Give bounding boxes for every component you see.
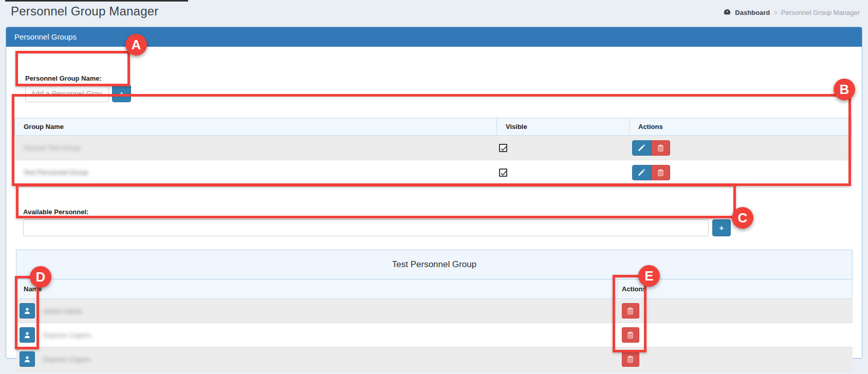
dashboard-icon bbox=[723, 8, 731, 16]
person-icon bbox=[24, 331, 31, 339]
available-personnel-label: Available Personnel: bbox=[23, 208, 88, 216]
plus-icon: + bbox=[719, 223, 724, 232]
add-group-button[interactable]: + bbox=[112, 85, 131, 102]
panel-body: Personnel Group Name: + Group Name Visib… bbox=[6, 47, 862, 359]
pencil-icon bbox=[638, 169, 645, 176]
pencil-icon bbox=[638, 144, 645, 152]
trash-icon bbox=[657, 169, 664, 176]
trash-icon bbox=[627, 307, 634, 314]
groups-table-header-row: Group Name Visible Actions bbox=[15, 118, 852, 136]
remove-personnel-button[interactable] bbox=[622, 303, 639, 319]
group-name-input[interactable] bbox=[25, 85, 109, 102]
personnel-row: Admin Admin bbox=[16, 299, 853, 323]
personnel-table-caption: Test Personnel Group bbox=[16, 250, 853, 279]
breadcrumb: Dashboard > Personnel Group Manager bbox=[723, 8, 860, 16]
remove-personnel-button[interactable] bbox=[622, 351, 639, 367]
group-name-label: Personnel Group Name: bbox=[25, 74, 102, 82]
personnel-table-caption-row: Test Personnel Group bbox=[16, 250, 853, 279]
person-button[interactable] bbox=[20, 351, 35, 367]
personnel-name-text: Admin Admin bbox=[43, 307, 82, 315]
personnel-table: Test Personnel Group Name Actions Admin … bbox=[16, 250, 853, 371]
column-name: Name bbox=[16, 279, 618, 299]
breadcrumb-dashboard-link[interactable]: Dashboard bbox=[735, 9, 770, 16]
group-row: Second Test Group bbox=[15, 136, 852, 160]
page-title: Personnel Group Manager bbox=[11, 4, 158, 18]
delete-group-button[interactable] bbox=[651, 165, 670, 180]
delete-group-button[interactable] bbox=[651, 140, 670, 156]
available-personnel-input[interactable] bbox=[23, 219, 709, 236]
group-name-text: Second Test Group bbox=[24, 144, 81, 152]
window-top-edge bbox=[5, 0, 188, 2]
personnel-name-text: Daymon Capers bbox=[43, 331, 91, 339]
column-visible: Visible bbox=[497, 118, 630, 136]
plus-icon: + bbox=[119, 89, 124, 98]
panel-heading: Personnel Groups bbox=[6, 27, 862, 47]
trash-icon bbox=[627, 331, 634, 339]
person-button[interactable] bbox=[20, 327, 35, 343]
add-personnel-button[interactable]: + bbox=[712, 219, 731, 236]
person-icon bbox=[24, 307, 31, 314]
remove-personnel-button[interactable] bbox=[622, 327, 639, 343]
column-group-name: Group Name bbox=[15, 118, 497, 136]
personnel-row: Daymon Capers bbox=[16, 323, 853, 347]
trash-icon bbox=[627, 356, 634, 363]
person-icon bbox=[24, 356, 31, 363]
edit-group-button[interactable] bbox=[632, 140, 651, 156]
visible-checkbox[interactable] bbox=[499, 144, 507, 152]
column-actions: Actions bbox=[630, 118, 852, 136]
groups-table: Group Name Visible Actions Second Test G… bbox=[14, 118, 852, 185]
person-button[interactable] bbox=[20, 303, 35, 319]
trash-icon bbox=[657, 144, 664, 152]
personnel-name-text: Daymon Capers bbox=[43, 356, 91, 363]
checkmark-icon bbox=[500, 170, 507, 176]
group-row: Test Personnel Group bbox=[15, 160, 852, 185]
personnel-groups-panel: Personnel Groups Personnel Group Name: +… bbox=[6, 27, 862, 359]
checkmark-icon bbox=[500, 145, 507, 152]
visible-checkbox[interactable] bbox=[499, 169, 507, 177]
column-actions: Actions bbox=[618, 279, 853, 299]
personnel-table-header-row: Name Actions bbox=[16, 279, 853, 299]
edit-group-button[interactable] bbox=[632, 165, 651, 180]
breadcrumb-separator: > bbox=[773, 9, 778, 16]
group-name-text: Test Personnel Group bbox=[24, 169, 88, 176]
personnel-row: Daymon Capers bbox=[16, 347, 853, 371]
breadcrumb-current: Personnel Group Manager bbox=[781, 9, 860, 16]
